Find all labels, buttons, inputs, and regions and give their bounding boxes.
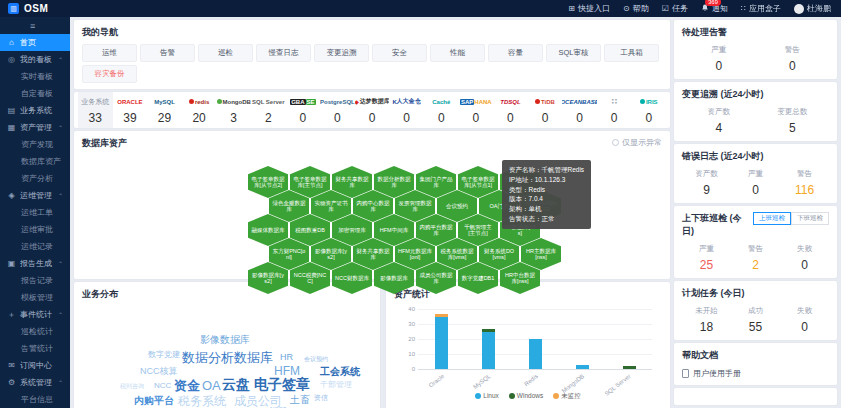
navbar-item-label: 任务 (672, 3, 688, 14)
tooltip-line: IP地址：10.1.126.3 (509, 175, 584, 185)
chevron-up-icon: ⌃ (58, 56, 66, 63)
right-card-title: 计划任务 (今日) (682, 287, 829, 300)
sidebar-item-首页[interactable]: ⌂首页 (0, 34, 70, 51)
db-type-sqlserver[interactable]: SQL Server2 (251, 92, 286, 128)
navbar-item-帮助[interactable]: ⊙帮助 (623, 3, 649, 14)
db-type-cache[interactable]: Caché0 (424, 92, 459, 128)
sidebar-item-系统管理[interactable]: ⚙系统管理⌃ (0, 374, 70, 391)
sidebar-subitem-告警统计[interactable]: 告警统计 (0, 340, 70, 357)
sidebar-subitem-报告记录[interactable]: 报告记录 (0, 272, 70, 289)
sidebar-subitem-实时看板[interactable]: 实时看板 (0, 68, 70, 85)
stat-value: 0 (780, 258, 829, 272)
db-type-oceanbase[interactable]: OCEANBASE0 (562, 92, 597, 128)
sidebar-subitem-资产分析[interactable]: 资产分析 (0, 170, 70, 187)
navbar-item-杜海鹏[interactable]: 杜海鹏 (794, 3, 831, 14)
stat-value: 4 (682, 121, 756, 135)
sidebar-subitem-运维审批[interactable]: 运维审批 (0, 221, 70, 238)
stat-label: 严重 (731, 169, 780, 179)
top-navbar: ▥ OSM ⊞快捷入口⊙帮助☑任务369通知∷应用盒子杜海鹏 (0, 0, 841, 17)
toggle-button-上班巡检[interactable]: 上班巡检 (753, 212, 791, 225)
cloud-word-电子签章: 电子签章 (254, 377, 310, 391)
navbar-item-通知[interactable]: 369通知 (701, 3, 728, 14)
db-type-count: 0 (355, 111, 390, 125)
board-icon: ◎ (7, 55, 16, 64)
sidebar: ≡ ⌂首页◎我的看板⌃实时看板自定看板▤业务系统▦资产管理⌃资产发现数据库资产资… (0, 17, 70, 408)
db-type-count: 0 (632, 111, 667, 125)
db-type-tdsql[interactable]: TDSQL0 (493, 92, 528, 128)
quick-nav-button-运维[interactable]: 运维 (82, 44, 137, 62)
sidebar-subitem-自定看板[interactable]: 自定看板 (0, 85, 70, 102)
bar-segment-未监控 (435, 314, 448, 317)
legend-item-Linux: Linux (475, 392, 499, 401)
stat-严重: 严重0 (682, 45, 756, 73)
user-manual-link[interactable]: 用户使用手册 (682, 368, 829, 379)
sidebar-item-label: 报告生成 (20, 258, 52, 269)
sidebar-subitem-巡检统计[interactable]: 巡检统计 (0, 323, 70, 340)
quick-nav-button-容灾备份[interactable]: 容灾备份 (82, 65, 137, 83)
db-type-iris[interactable]: IRIS0 (632, 92, 667, 128)
db-type-oracle[interactable]: ORACLE39 (113, 92, 148, 128)
stat-label: 失败 (780, 306, 829, 316)
navbar-item-label: 帮助 (633, 3, 649, 14)
right-card-title: 错误日志 (近24小时) (682, 150, 829, 163)
quick-nav-button-工具箱[interactable]: 工具箱 (604, 44, 659, 62)
db-type-mysql[interactable]: MySQL29 (147, 92, 182, 128)
quick-nav-button-慢查日志[interactable]: 慢查日志 (256, 44, 311, 62)
quick-nav-button-变更追溯[interactable]: 变更追溯 (314, 44, 369, 62)
db-type-dm[interactable]: ◆达梦数据库0 (355, 92, 390, 128)
quick-nav-button-告警[interactable]: 告警 (140, 44, 195, 62)
sidebar-item-报告生成[interactable]: ▣报告生成⌃ (0, 255, 70, 272)
only-abnormal-filter[interactable]: 仅显示异常 (612, 137, 662, 148)
sidebar-item-事件统计[interactable]: ＋事件统计⌃ (0, 306, 70, 323)
sidebar-item-订阅中心[interactable]: ✉订阅中心 (0, 357, 70, 374)
db-type-kingbase[interactable]: K人大金仓0 (389, 92, 424, 128)
stats-icon: ＋ (7, 309, 16, 320)
stat-警告: 警告116 (780, 169, 829, 197)
db-type-tidb[interactable]: TiDB0 (528, 92, 563, 128)
sidebar-subitem-平台信息[interactable]: 平台信息 (0, 391, 70, 408)
db-type-hana[interactable]: SAPHANA0 (459, 92, 494, 128)
navbar-item-快捷入口[interactable]: ⊞快捷入口 (568, 3, 610, 14)
sidebar-item-运维管理[interactable]: ◈运维管理⌃ (0, 187, 70, 204)
x-tick-label: Redis (523, 373, 539, 387)
chevron-up-icon: ⌃ (58, 260, 66, 267)
sidebar-collapse-icon[interactable]: ≡ (0, 17, 70, 34)
quick-nav-button-SQL审核[interactable]: SQL审核 (546, 44, 601, 62)
quick-nav-button-性能[interactable]: 性能 (430, 44, 485, 62)
db-type-all[interactable]: 业务系统33 (78, 92, 113, 128)
db-type-postgres[interactable]: PostgreSQL0 (320, 92, 355, 128)
sidebar-subitem-数据库资产[interactable]: 数据库资产 (0, 153, 70, 170)
sqlserver-logo-icon: SQL Server (251, 95, 286, 108)
sidebar-item-我的看板[interactable]: ◎我的看板⌃ (0, 51, 70, 68)
db-type-gbase[interactable]: GBASE0 (286, 92, 321, 128)
db-type-mongo[interactable]: MongoDB3 (216, 92, 251, 128)
db-type-redis[interactable]: redis20 (182, 92, 217, 128)
radio-icon[interactable] (612, 139, 619, 146)
db-type-count: 0 (286, 111, 321, 125)
stat-变更总数: 变更总数5 (756, 107, 830, 135)
x-tick-label: Oracle (427, 373, 445, 389)
db-type-count: 3 (216, 111, 251, 125)
legend-dot (509, 393, 515, 399)
gridline (418, 309, 652, 310)
stat-row: 资产数9严重0警告116 (682, 169, 829, 197)
sidebar-subitem-模板管理[interactable]: 模板管理 (0, 289, 70, 306)
stat-label: 严重 (682, 244, 731, 254)
db-type-count: 0 (389, 111, 424, 125)
navbar-item-任务[interactable]: ☑任务 (662, 3, 688, 14)
quick-nav-button-安全[interactable]: 安全 (372, 44, 427, 62)
sidebar-item-业务系统[interactable]: ▤业务系统 (0, 102, 70, 119)
sidebar-subitem-运维记录[interactable]: 运维记录 (0, 238, 70, 255)
sidebar-subitem-运维工单[interactable]: 运维工单 (0, 204, 70, 221)
navbar-item-应用盒子[interactable]: ∷应用盒子 (741, 3, 781, 14)
stat-label: 未开始 (682, 306, 731, 316)
cloud-word-工会系统: 工会系统 (320, 367, 360, 377)
db-type-dots[interactable]: ∷0 (597, 92, 632, 128)
quick-nav-button-容量[interactable]: 容量 (488, 44, 543, 62)
toggle-button-下班巡检[interactable]: 下班巡检 (791, 212, 829, 225)
sidebar-subitem-资产发现[interactable]: 资产发现 (0, 136, 70, 153)
sidebar-item-资产管理[interactable]: ▦资产管理⌃ (0, 119, 70, 136)
stat-value: 0 (682, 59, 756, 73)
partial-card (674, 388, 837, 405)
quick-nav-button-巡检[interactable]: 巡检 (198, 44, 253, 62)
